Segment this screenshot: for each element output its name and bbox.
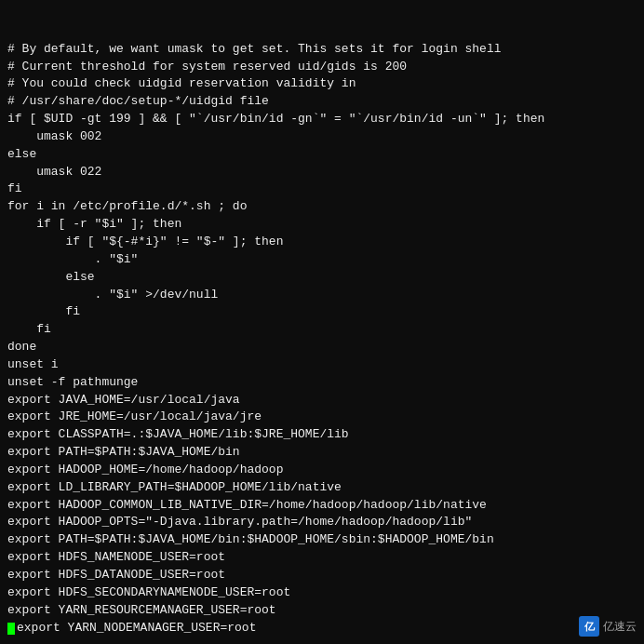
code-line: unset i: [7, 356, 637, 374]
code-line: . "$i": [7, 251, 637, 269]
code-line: else: [7, 269, 637, 287]
code-line: unset -f pathmunge: [7, 374, 637, 392]
code-line: fi: [7, 181, 637, 198]
code-line: export HDFS_NAMENODE_USER=root: [7, 549, 637, 567]
cursor-indicator: [7, 623, 15, 635]
code-line: # You could check uidgid reservation val…: [7, 75, 637, 93]
terminal-window: # By default, we want umask to get set. …: [0, 0, 644, 644]
watermark-text: 亿速云: [603, 619, 637, 635]
code-line: else: [7, 146, 637, 164]
watermark: 亿 亿速云: [579, 616, 637, 637]
code-line: export JAVA_HOME=/usr/local/java: [7, 392, 637, 409]
code-line: export PATH=$PATH:$JAVA_HOME/bin: [7, 444, 637, 462]
code-line: # /usr/share/doc/setup-*/uidgid file: [7, 93, 637, 111]
code-line: # Current threshold for system reserved …: [7, 59, 637, 76]
code-line: if [ -r "$i" ]; then: [7, 216, 637, 234]
code-line: if [ $UID -gt 199 ] && [ "`/usr/bin/id -…: [7, 111, 637, 128]
code-line: umask 002: [7, 128, 637, 146]
code-line: export HDFS_SECONDARYNAMENODE_USER=root: [7, 584, 637, 602]
watermark-icon: 亿: [579, 616, 599, 637]
code-line: export HADOOP_COMMON_LIB_NATIVE_DIR=/hom…: [7, 497, 637, 515]
code-line: export JRE_HOME=/usr/local/java/jre: [7, 409, 637, 426]
code-line: fi: [7, 321, 637, 339]
code-line: export HADOOP_HOME=/home/hadoop/hadoop: [7, 462, 637, 479]
code-line: umask 022: [7, 164, 637, 181]
code-line: . "$i" >/dev/null: [7, 287, 637, 304]
code-line: for i in /etc/profile.d/*.sh ; do: [7, 198, 637, 216]
code-content: # By default, we want umask to get set. …: [7, 6, 637, 637]
code-line: export HDFS_DATANODE_USER=root: [7, 567, 637, 584]
code-line: # By default, we want umask to get set. …: [7, 41, 637, 59]
code-line: if [ "${-#*i}" != "$-" ]; then: [7, 234, 637, 251]
code-line: export YARN_RESOURCEMANAGER_USER=root: [7, 602, 637, 620]
code-line: export YARN_NODEMANAGER_USER=root: [7, 620, 637, 637]
code-line: export HADOOP_OPTS="-Djava.library.path=…: [7, 514, 637, 531]
code-line: done: [7, 339, 637, 356]
code-line: export CLASSPATH=.:$JAVA_HOME/lib:$JRE_H…: [7, 426, 637, 444]
code-line: fi: [7, 303, 637, 321]
code-line: export PATH=$PATH:$JAVA_HOME/bin:$HADOOP…: [7, 531, 637, 549]
code-line: export LD_LIBRARY_PATH=$HADOOP_HOME/lib/…: [7, 479, 637, 497]
